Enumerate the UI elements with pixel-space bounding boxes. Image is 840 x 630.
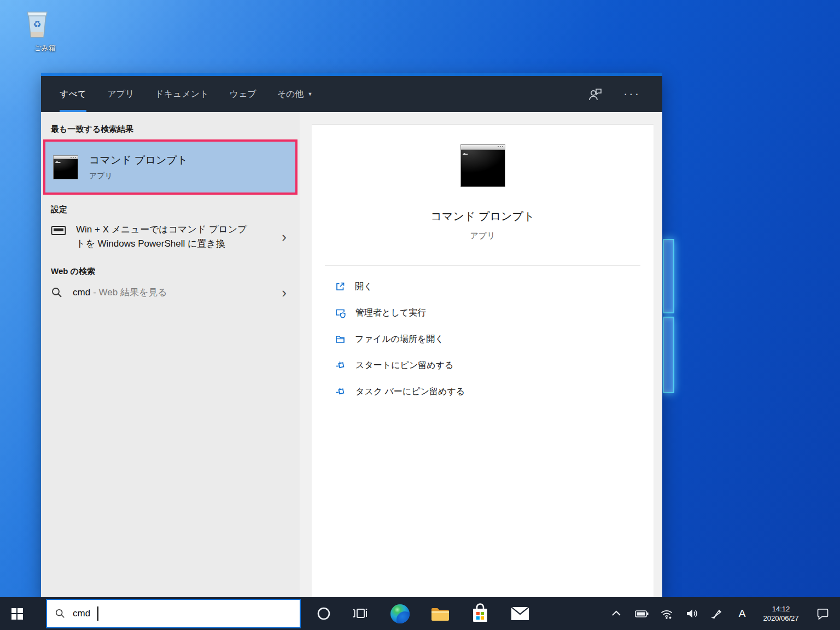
preview-pane: コマンド プロンプト アプリ 開く [300,112,662,597]
wifi-tray-icon[interactable] [654,597,679,630]
web-search-result[interactable]: cmd- Web 結果を見る › [51,285,300,300]
clock-date: 2020/06/27 [755,614,807,623]
chevron-right-icon: › [282,231,292,243]
action-center-button[interactable] [807,597,837,630]
action-open-file-location[interactable]: ファイルの場所を開く [335,326,654,352]
open-icon [335,281,346,292]
settings-result-text: Win + X メニューではコマンド プロンプ トを Windows Power… [76,223,247,251]
best-match-section-header: 最も一致する検索結果 [51,124,300,135]
preview-title: コマンド プロンプト [431,209,535,224]
text-caret [97,606,98,621]
speaker-icon [685,608,698,620]
search-filter-tabs: すべて アプリ ドキュメント ウェブ その他 ▼ [60,76,333,112]
tray-show-hidden-icons-button[interactable] [604,597,629,630]
recycle-bin-icon: ♻ [21,5,54,42]
action-pin-to-taskbar[interactable]: タスク バーにピン留めする [335,378,654,405]
best-match-result[interactable]: コマンド プロンプト アプリ [43,139,298,195]
wallpaper-windows-logo-pane [663,239,674,313]
windows-ink-tray-icon[interactable] [704,597,730,630]
taskbar-search-input[interactable]: cmd [46,599,301,628]
more-options-icon[interactable]: ··· [623,88,640,100]
clock-time: 14:12 [755,604,807,614]
wallpaper-windows-logo-pane [663,317,674,393]
preview-card: コマンド プロンプト アプリ 開く [312,124,654,597]
action-list: 開く 管理者として実行 [312,266,654,405]
shield-window-icon [335,307,346,319]
task-view-icon [352,606,369,621]
user-feedback-icon[interactable] [587,87,603,101]
folder-icon [335,334,346,345]
command-prompt-icon [53,155,78,179]
mail-button[interactable] [500,597,540,630]
web-search-section-header: Web の検索 [51,266,300,277]
edge-browser-button[interactable] [380,597,420,630]
desktop: ♻ ごみ箱 すべて アプリ ドキュメント ウェブ その他 ▼ [0,0,840,630]
best-match-title: コマンド プロンプト [89,153,188,167]
notification-icon [815,608,829,620]
battery-tray-icon[interactable] [629,597,654,630]
search-header: すべて アプリ ドキュメント ウェブ その他 ▼ ··· [41,76,662,112]
file-explorer-icon [430,606,450,622]
tab-web[interactable]: ウェブ [230,76,256,112]
file-explorer-button[interactable] [420,597,460,630]
cortana-button[interactable] [307,597,340,630]
cortana-icon [317,606,331,621]
ime-mode-indicator[interactable]: A [730,597,755,630]
wifi-icon [660,608,673,620]
volume-tray-icon[interactable] [679,597,704,630]
search-icon [55,608,66,619]
search-query-text: cmd [73,608,90,619]
battery-icon [634,608,649,620]
tab-documents[interactable]: ドキュメント [155,76,208,112]
taskbar-clock[interactable]: 14:12 2020/06/27 [755,604,807,623]
mail-icon [511,606,529,621]
chevron-right-icon: › [282,287,292,299]
preview-subtitle: アプリ [470,231,495,241]
store-icon [471,603,489,624]
pen-icon [710,608,724,620]
start-button[interactable] [0,597,34,630]
settings-result[interactable]: Win + X メニューではコマンド プロンプ トを Windows Power… [51,223,300,251]
action-pin-to-start[interactable]: スタートにピン留めする [335,352,654,378]
recycle-bin-desktop-icon[interactable]: ♻ ごみ箱 [21,5,69,53]
recycle-bin-label: ごみ箱 [21,43,69,53]
command-prompt-icon-large [460,144,505,187]
chevron-up-icon [610,609,622,619]
task-view-button[interactable] [340,597,380,630]
web-result-text: cmd- Web 結果を見る [73,285,167,300]
best-match-subtitle: アプリ [89,171,188,181]
microsoft-store-button[interactable] [460,597,500,630]
edge-icon [390,604,410,623]
pin-icon [335,386,346,397]
tab-apps[interactable]: アプリ [107,76,134,112]
windows-logo-icon [11,608,23,620]
tab-all[interactable]: すべて [60,76,86,112]
search-icon [51,287,63,299]
settings-section-header: 設定 [51,205,300,215]
svg-text:♻: ♻ [33,19,41,30]
window-settings-icon [51,225,66,236]
pin-icon [335,360,346,371]
action-open[interactable]: 開く [335,273,654,300]
search-flyout: すべて アプリ ドキュメント ウェブ その他 ▼ ··· [41,73,662,597]
chevron-down-icon: ▼ [307,91,312,97]
tab-more[interactable]: その他 ▼ [277,76,313,112]
action-run-as-admin[interactable]: 管理者として実行 [335,300,654,326]
taskbar: cmd [0,597,840,630]
search-results-list: 最も一致する検索結果 コマンド プロンプト アプリ 設定 [41,112,300,597]
